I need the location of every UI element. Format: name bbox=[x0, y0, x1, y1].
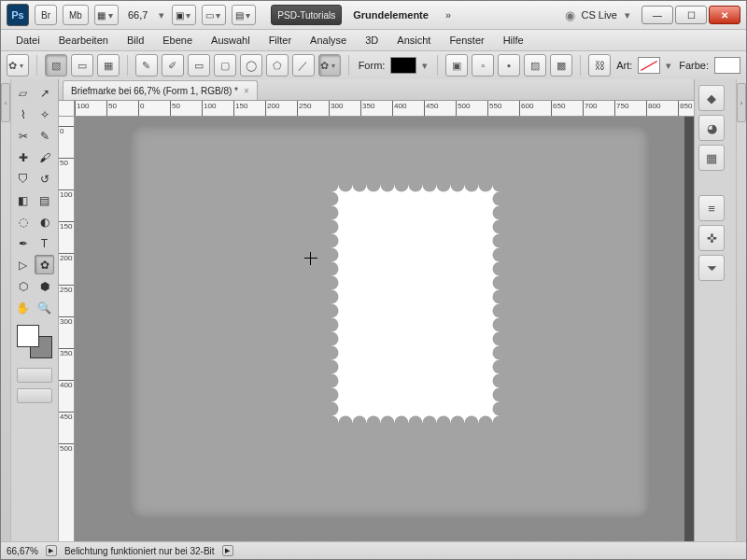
3d-cam-tool[interactable]: ⬢ bbox=[35, 276, 54, 296]
gradient-tool[interactable]: ▤ bbox=[35, 190, 54, 210]
doc-tab[interactable]: Briefmarke bei 66,7% (Form 1, RGB/8) * × bbox=[63, 80, 258, 100]
zoom-tool[interactable]: 🔍 bbox=[35, 298, 54, 317]
close-icon[interactable]: × bbox=[244, 86, 249, 96]
status-bar: 66,67% ▶ Belichtung funktioniert nur bei… bbox=[1, 541, 746, 559]
freeform-pen-icon[interactable]: ✐ bbox=[162, 54, 184, 77]
zoom-readout[interactable]: 66,7 bbox=[124, 9, 151, 21]
window-close-button[interactable]: ✕ bbox=[709, 6, 740, 24]
titlebar: Ps Br Mb ▦▾ 66,7▾ ▣▾ ▭▾ ▤▾ PSD-Tutorials… bbox=[1, 1, 746, 30]
path-sel-tool[interactable]: ▷ bbox=[13, 255, 33, 274]
layout-button[interactable]: ▦▾ bbox=[94, 5, 119, 25]
fill-pixel-mode[interactable]: ▦ bbox=[97, 54, 120, 77]
polygon-shape-icon[interactable]: ⬠ bbox=[266, 54, 289, 77]
doc-tab-bar: Briefmarke bei 66,7% (Form 1, RGB/8) * × bbox=[59, 79, 694, 101]
path-op-exclude[interactable]: ▩ bbox=[550, 54, 572, 77]
style-dropdown-icon[interactable]: ▾ bbox=[664, 60, 673, 72]
custom-shape-tool[interactable]: ✿ bbox=[35, 255, 54, 274]
shape-layer-mode[interactable]: ▧ bbox=[45, 54, 67, 77]
stamp-tool[interactable]: ⛉ bbox=[13, 169, 33, 189]
path-op-new[interactable]: ▣ bbox=[445, 54, 468, 77]
layers-panel-icon[interactable]: ◆ bbox=[698, 85, 725, 111]
bridge-button[interactable]: Br bbox=[35, 5, 57, 25]
line-shape-icon[interactable]: ／ bbox=[292, 54, 315, 77]
workspace-more-icon[interactable]: » bbox=[440, 9, 457, 21]
menu-3d[interactable]: 3D bbox=[356, 32, 388, 49]
status-message: Belichtung funktioniert nur bei 32-Bit bbox=[64, 546, 215, 556]
eyedrop-tool[interactable]: ✎ bbox=[35, 126, 54, 146]
arrange-button[interactable]: ▭▾ bbox=[202, 5, 226, 25]
brush-tool[interactable]: 🖌 bbox=[35, 147, 54, 167]
left-expand-icon[interactable]: ‹ bbox=[1, 83, 10, 122]
right-expand-icon[interactable]: › bbox=[737, 83, 746, 122]
menu-datei[interactable]: Datei bbox=[7, 32, 49, 49]
zoom-dropdown-icon[interactable]: ▾ bbox=[157, 9, 166, 21]
menu-fenster[interactable]: Fenster bbox=[440, 32, 493, 49]
status-more-icon[interactable]: ▶ bbox=[222, 545, 233, 556]
path-op-subtract[interactable]: ▪ bbox=[498, 54, 520, 77]
status-zoom[interactable]: 66,67% bbox=[7, 546, 38, 556]
wand-tool[interactable]: ✧ bbox=[35, 105, 54, 124]
art-label: Art: bbox=[614, 60, 634, 71]
ruler-origin[interactable] bbox=[59, 101, 75, 116]
shape-picker[interactable] bbox=[390, 57, 416, 74]
menu-ebene[interactable]: Ebene bbox=[153, 32, 202, 49]
menu-analyse[interactable]: Analyse bbox=[301, 32, 356, 49]
eraser-tool[interactable]: ◧ bbox=[13, 190, 33, 210]
dodge-tool[interactable]: ◐ bbox=[35, 212, 54, 231]
color-picker[interactable] bbox=[714, 57, 740, 74]
workspace: ‹ ▱↗ ⌇✧ ✂✎ ✚🖌 ⛉↺ ◧▤ ◌◐ ✒T ▷✿ ⬡⬢ ✋🔍 Brief… bbox=[1, 79, 746, 542]
menu-filter[interactable]: Filter bbox=[260, 32, 301, 49]
fg-swatch[interactable] bbox=[17, 325, 39, 347]
link-icon[interactable]: ⛓ bbox=[588, 54, 611, 77]
path-mode[interactable]: ▭ bbox=[71, 54, 93, 77]
pen-tool[interactable]: ✒ bbox=[13, 233, 33, 253]
canvas-viewport[interactable] bbox=[75, 117, 684, 542]
status-play-icon[interactable]: ▶ bbox=[46, 545, 57, 556]
canvas[interactable] bbox=[131, 126, 649, 518]
stamp-shape bbox=[331, 185, 500, 423]
workspace-other[interactable]: Grundelemente bbox=[347, 9, 434, 21]
blur-tool[interactable]: ◌ bbox=[13, 212, 33, 231]
tool-preset-button[interactable]: ✿▾ bbox=[7, 54, 29, 77]
char-panel-icon[interactable]: ✜ bbox=[698, 225, 725, 251]
crop-tool[interactable]: ✂ bbox=[13, 126, 33, 146]
doc-tab-title: Briefmarke bei 66,7% (Form 1, RGB/8) * bbox=[71, 86, 238, 96]
shape-picker-dropdown-icon[interactable]: ▾ bbox=[420, 60, 430, 72]
quickmask-toggle[interactable] bbox=[17, 368, 52, 383]
cslive-label[interactable]: CS Live bbox=[581, 9, 617, 21]
healing-tool[interactable]: ✚ bbox=[13, 147, 33, 167]
window-minimize-button[interactable]: — bbox=[641, 6, 673, 24]
screenmode-toggle[interactable] bbox=[17, 388, 52, 403]
move-tool[interactable]: ▱ bbox=[13, 83, 33, 103]
ellipse-shape-icon[interactable]: ◯ bbox=[240, 54, 262, 77]
window-maximize-button[interactable]: ☐ bbox=[675, 6, 707, 24]
minibridge-button[interactable]: Mb bbox=[63, 5, 89, 25]
screenmode-button[interactable]: ▣▾ bbox=[172, 5, 196, 25]
move-arrow-tool[interactable]: ↗ bbox=[35, 83, 54, 103]
rect-shape-icon[interactable]: ▭ bbox=[188, 54, 210, 77]
history-brush-tool[interactable]: ↺ bbox=[35, 169, 54, 189]
3d-tool[interactable]: ⬡ bbox=[13, 276, 33, 296]
custom-shape-icon[interactable]: ✿▾ bbox=[318, 54, 341, 77]
workspace-active[interactable]: PSD-Tutorials bbox=[271, 5, 342, 25]
style-picker[interactable] bbox=[638, 57, 660, 74]
lasso-tool[interactable]: ⌇ bbox=[13, 105, 33, 124]
svg-rect-63 bbox=[331, 185, 500, 423]
history-panel-icon[interactable]: ⏷ bbox=[698, 255, 725, 281]
menu-bearbeiten[interactable]: Bearbeiten bbox=[49, 32, 118, 49]
menu-bild[interactable]: Bild bbox=[118, 32, 153, 49]
path-op-intersect[interactable]: ▨ bbox=[524, 54, 546, 77]
pen-icon[interactable]: ✎ bbox=[135, 54, 158, 77]
menu-auswahl[interactable]: Auswahl bbox=[202, 32, 260, 49]
roundrect-shape-icon[interactable]: ▢ bbox=[214, 54, 236, 77]
type-tool[interactable]: T bbox=[35, 233, 54, 253]
adjust-panel-icon[interactable]: ≡ bbox=[698, 195, 725, 221]
extras-button[interactable]: ▤▾ bbox=[232, 5, 256, 25]
swatches-panel-icon[interactable]: ▦ bbox=[698, 145, 725, 171]
color-swatches[interactable] bbox=[17, 325, 52, 358]
path-op-add[interactable]: ▫ bbox=[472, 54, 494, 77]
menu-hilfe[interactable]: Hilfe bbox=[494, 32, 533, 49]
hand-tool[interactable]: ✋ bbox=[13, 298, 33, 317]
menu-ansicht[interactable]: Ansicht bbox=[388, 32, 440, 49]
color-panel-icon[interactable]: ◕ bbox=[698, 115, 725, 141]
